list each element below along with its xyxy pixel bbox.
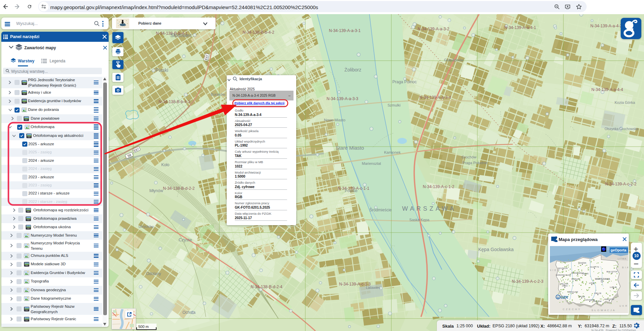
svg-text:Koło: Koło [161,162,169,167]
svg-text:Odolany: Odolany [146,271,161,276]
svg-text:N-34-139-A-a-3-3: N-34-139-A-a-3-3 [327,96,358,101]
svg-text:N-34-139-A-a-3-1: N-34-139-A-a-3-1 [329,28,361,33]
svg-text:Golędzinów: Golędzinów [444,58,464,62]
svg-text:Słodowiec: Słodowiec [170,33,192,38]
svg-text:Młynów: Młynów [149,188,163,193]
svg-text:Szmulki: Szmulki [388,103,401,107]
svg-text:Saska Kępa: Saska Kępa [409,218,429,222]
svg-text:G: G [557,296,559,299]
svg-text:BIAŁYSTOK: BIAŁYSTOK [607,271,617,273]
svg-text:N I E M: N I E M [550,269,560,271]
svg-text:C Z E C H Y: C Z E C H Y [563,308,580,311]
svg-text:LITWA: LITWA [618,258,626,260]
svg-text:Czyste: Czyste [178,237,192,242]
svg-text:OPOLE: OPOLE [578,296,585,298]
svg-text:Powiśle: Powiśle [345,189,358,193]
svg-text:Olszynka Grochowska: Olszynka Grochowska [605,127,638,131]
svg-text:Nowe Miasto: Nowe Miasto [324,118,345,122]
svg-text:POZNAŃ: POZNAŃ [571,278,580,280]
svg-text:N-34-139-A-c-2-3: N-34-139-A-c-2-3 [512,279,543,284]
svg-text:N-34-139-A-a-4-1: N-34-139-A-a-4-1 [504,25,536,30]
svg-text:Stare Miasto: Stare Miasto [336,145,364,151]
svg-text:SZCZECIN: SZCZECIN [558,267,568,269]
svg-text:N-34-138-B-d-2-4: N-34-138-B-d-2-4 [251,284,282,289]
svg-text:Buraków: Buraków [211,92,225,96]
svg-text:GÓRA: GÓRA [562,285,567,287]
svg-text:LUBLIN: LUBLIN [610,286,617,288]
svg-text:KIELCE: KIELCE [594,292,601,294]
svg-text:N-34-138-B-b-4-2: N-34-138-B-b-4-2 [243,30,274,35]
svg-text:GORZÓW WLKP.: GORZÓW WLKP. [556,274,571,276]
svg-text:UZK: UZK [560,295,568,299]
svg-text:TORUŃ: TORUŃ [582,273,589,275]
svg-text:Praga Północ: Praga Północ [392,80,417,84]
svg-text:N-34-139-A-c-2-2: N-34-139-A-c-2-2 [605,182,637,186]
svg-text:Latawiec: Latawiec [366,285,381,290]
svg-text:OLSZTYN: OLSZTYN [590,266,599,268]
svg-text:WARSZAWA: WARSZAWA [595,277,610,280]
svg-text:N-34-138-B-d-2-2: N-34-138-B-d-2-2 [163,186,195,191]
svg-text:RZESZÓW: RZESZÓW [605,298,615,300]
svg-text:N-34-139-A-a-4-2: N-34-139-A-a-4-2 [590,24,622,28]
svg-text:N-34-139-A-a-4-4: N-34-139-A-a-4-4 [591,87,623,92]
svg-text:B I A: B I A [622,266,628,269]
svg-text:N-34-139-A-a-3-4: N-34-139-A-a-3-4 [419,95,451,100]
svg-text:Praga Południe: Praga Południe [462,161,487,165]
svg-text:S Ł O W A C J A: S Ł O W A C J A [591,309,615,312]
svg-text:KRAKÓW: KRAKÓW [593,300,601,302]
svg-text:Kępa Gocławska: Kępa Gocławska [478,247,513,252]
svg-text:N-34-139-A-a-3-2: N-34-139-A-a-3-2 [418,27,449,31]
svg-text:geOporta: geOporta [611,248,626,252]
svg-text:Kozia Górka: Kozia Górka [615,100,635,104]
svg-text:Żoliborz: Żoliborz [344,67,361,72]
svg-text:Ulrychów: Ulrychów [138,224,153,229]
svg-text:Ochota: Ochota [183,310,196,315]
svg-text:N-34-138-B-b-4-3: N-34-138-B-b-4-3 [159,99,190,104]
svg-text:Śródmieście: Śródmieście [369,207,392,212]
svg-text:WROCŁAW: WROCŁAW [568,291,578,293]
svg-text:U K R A: U K R A [619,305,628,307]
svg-text:ŁÓDŹ: ŁÓDŹ [589,282,594,284]
svg-text:Grochów: Grochów [461,155,476,159]
svg-text:N-34-139-A-c-1-2: N-34-139-A-c-1-2 [423,184,454,189]
svg-text:Kamionek: Kamionek [384,150,401,154]
svg-text:Piaski: Piaski [156,67,168,73]
svg-text:WARSZAWA: WARSZAWA [402,205,456,212]
svg-text:GDAŃSK: GDAŃSK [578,262,587,264]
svg-text:Mariensztat: Mariensztat [362,161,381,166]
